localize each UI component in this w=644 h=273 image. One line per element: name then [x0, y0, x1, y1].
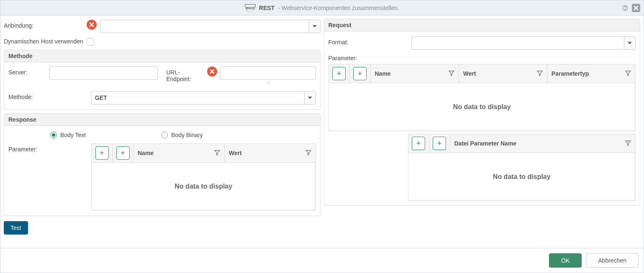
add-row-button[interactable]: +	[433, 137, 446, 150]
request-param-label: Parameter:	[328, 55, 636, 61]
format-dropdown-button[interactable]	[624, 36, 636, 50]
filter-icon[interactable]	[449, 70, 454, 77]
rest-logo-icon: REST	[245, 4, 256, 12]
col-type-header[interactable]: Parametertyp	[547, 64, 635, 83]
close-icon[interactable]	[632, 4, 640, 12]
left-column: Anbindung: Dynamischen Host verwenden Me…	[4, 19, 321, 248]
chevron-down-icon	[313, 25, 317, 28]
format-input[interactable]	[411, 36, 624, 50]
file-param-grid: + + Datei Parameter Name No data to disp…	[408, 134, 636, 201]
radio-body-text[interactable]: Body Text	[50, 132, 86, 138]
window-title: REST	[259, 5, 275, 11]
server-label: Server:	[8, 66, 46, 76]
filter-icon[interactable]	[537, 70, 543, 77]
filter-icon[interactable]	[214, 150, 220, 157]
col-name-header[interactable]: Name	[133, 144, 225, 162]
title-bar: REST REST - Webservice-Komponenten zusam…	[0, 0, 644, 15]
dialog-window: REST REST - Webservice-Komponenten zusam…	[0, 0, 644, 273]
col-wert-header[interactable]: Wert	[225, 144, 316, 162]
radio-body-binary-label: Body Binary	[171, 132, 203, 138]
ok-button[interactable]: OK	[549, 253, 582, 268]
col-file-header[interactable]: Datei Parameter Name	[450, 134, 636, 153]
error-icon	[207, 66, 217, 77]
methode-panel-title: Methode	[4, 50, 320, 62]
add-row-button[interactable]: +	[412, 137, 425, 150]
server-input[interactable]	[49, 66, 158, 80]
request-param-grid: + + Name Wert Parametertyp	[328, 64, 636, 131]
filter-icon[interactable]	[305, 150, 311, 157]
request-panel-title: Request	[324, 19, 640, 31]
right-column: Request Format: Parameter: + +	[324, 19, 641, 248]
dynhost-label: Dynamischen Host verwenden	[4, 38, 83, 45]
radio-icon	[161, 132, 168, 138]
test-button[interactable]: Test	[4, 221, 28, 235]
methode-panel: Methode Server: URL-Endpoint:	[4, 50, 321, 110]
add-row-button[interactable]: +	[116, 146, 130, 160]
chevron-down-icon[interactable]: ⌄	[221, 80, 316, 84]
response-param-label: Parameter:	[8, 143, 88, 153]
request-panel: Request Format: Parameter: + +	[324, 19, 641, 206]
endpoint-label: URL-Endpoint:	[166, 66, 204, 82]
grid-empty-text: No data to display	[92, 163, 316, 210]
grid-empty-text: No data to display	[408, 153, 636, 201]
col-wert-header[interactable]: Wert	[459, 64, 547, 83]
methode-input[interactable]	[91, 91, 304, 105]
format-label: Format:	[328, 36, 408, 46]
dynhost-checkbox[interactable]	[87, 38, 94, 46]
radio-icon	[50, 132, 57, 138]
add-row-button[interactable]: +	[95, 146, 109, 160]
col-name-header[interactable]: Name	[371, 64, 459, 83]
chevron-down-icon	[628, 42, 632, 44]
add-row-button[interactable]: +	[353, 67, 367, 80]
methode-dropdown-button[interactable]	[304, 91, 316, 105]
anbindung-label: Anbindung:	[4, 20, 83, 29]
svg-point-1	[625, 9, 626, 10]
methode-label: Methode:	[8, 91, 88, 100]
chevron-down-icon	[308, 97, 312, 99]
filter-icon[interactable]	[625, 140, 631, 147]
help-icon[interactable]	[621, 4, 629, 12]
anbindung-input[interactable]	[100, 20, 309, 33]
endpoint-input[interactable]	[221, 66, 316, 80]
window-subtitle: - Webservice-Komponenten zusammenstellen…	[278, 5, 399, 11]
filter-icon[interactable]	[625, 70, 631, 77]
dialog-footer: OK Abbrechen	[0, 248, 644, 273]
response-panel-title: Response	[4, 114, 320, 126]
grid-empty-text: No data to display	[329, 83, 636, 131]
response-param-grid: + + Name Wert	[91, 143, 316, 211]
cancel-button[interactable]: Abbrechen	[586, 253, 639, 268]
add-row-button[interactable]: +	[332, 67, 346, 80]
error-icon	[87, 20, 97, 30]
radio-body-text-label: Body Text	[60, 132, 86, 138]
anbindung-dropdown-button[interactable]	[309, 20, 321, 33]
radio-body-binary[interactable]: Body Binary	[161, 132, 203, 138]
response-panel: Response Body Text Body Binary Param	[4, 113, 321, 216]
